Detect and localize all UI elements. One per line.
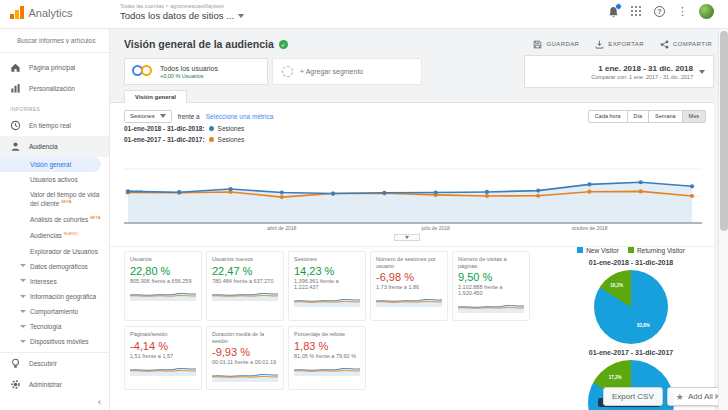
metric-card-usuarios[interactable]: Usuarios22,80 %805.906 frente a 656.259	[124, 251, 202, 321]
metric-card-paginas-sesion[interactable]: Páginas/sesión-4,14 %1,51 frente a 1,57	[124, 326, 202, 390]
pie-chart-2018[interactable]: 83,8%16,2%	[594, 270, 668, 344]
metric-percent: 14,23 %	[294, 265, 360, 277]
expand-caret-icon	[20, 295, 26, 298]
exportar-button[interactable]: EXPORTAR	[595, 40, 644, 49]
account-breadcrumb[interactable]: Todas las cuentas > agronewscastillayleo…	[120, 3, 244, 9]
sidebar-item-pagina-principal[interactable]: Página principal	[0, 57, 109, 78]
metric-label: Duración media de la sesión	[212, 331, 278, 344]
sidebar-item-audiencia[interactable]: Audiencia	[0, 136, 109, 157]
granularity-cada-hora[interactable]: Cada hora	[588, 110, 628, 123]
property-selector[interactable]: Todos los datos de sitios ...	[120, 10, 244, 21]
page-title: Visión general de la audiencia	[124, 38, 274, 50]
metric-label: Sesiones	[294, 256, 360, 263]
sidebar-item-audiencias[interactable]: AudienciasNUEVO	[0, 228, 109, 244]
expand-caret-icon	[20, 340, 26, 343]
metric-select-dropdown[interactable]: Sesiones	[124, 110, 172, 123]
sidebar-item-dispositivos-moviles[interactable]: Dispositivos móviles	[0, 335, 109, 348]
sessions-line-chart[interactable]: 200.000100.000	[124, 167, 702, 239]
page-scrollbar[interactable]	[718, 29, 728, 410]
guardar-button[interactable]: GUARDAR	[533, 40, 579, 49]
segment-delta: +0,00 % Usuarios	[160, 73, 218, 79]
x-axis-label-abril-de-2018: abril de 2018	[267, 225, 296, 231]
help-button[interactable]: ?	[653, 5, 666, 18]
metric-label: Páginas/sesión	[130, 331, 196, 338]
sidebar-item-intereses[interactable]: Intereses	[0, 274, 109, 289]
expand-caret-icon	[20, 310, 26, 313]
sparkline	[212, 290, 278, 301]
metric-label: Número de sesiones por usuario	[376, 256, 442, 269]
metric-compare: 81,05 % frente a 79,60 %	[294, 353, 360, 359]
compartir-button[interactable]: COMPARTIR	[660, 40, 712, 49]
legend-swatch	[577, 247, 583, 253]
more-options-button[interactable]: ⋮	[676, 5, 689, 18]
sparkline	[376, 296, 442, 307]
chevron-down-icon	[699, 70, 705, 74]
sidebar-item-datos-demograficos[interactable]: Datos demográficos	[0, 259, 109, 274]
metric-card-porcentaje-de-rebote[interactable]: Porcentaje de rebote1,83 %81,05 % frente…	[288, 326, 366, 390]
annotations-expander[interactable]	[394, 234, 420, 241]
export-csv-button[interactable]: Export CSV	[603, 387, 663, 406]
metric-cards: Usuarios22,80 %805.906 frente a 656.259 …	[124, 251, 554, 395]
metric-card-numero-de-sesiones-por-usuario[interactable]: Número de sesiones por usuario-6,98 %1,7…	[370, 251, 448, 321]
sparkline	[130, 365, 196, 376]
sidebar-item-comportamiento[interactable]: Comportamiento	[0, 305, 109, 320]
help-icon: ?	[654, 6, 665, 17]
badge-beta: BETA	[61, 199, 71, 204]
sidebar-item-analisis-de-cohortes[interactable]: Análisis de cohortesBETA	[0, 212, 109, 228]
add-segment-button[interactable]: + Agregar segmento	[272, 58, 422, 85]
avatar[interactable]	[699, 4, 714, 19]
google-apps-button[interactable]	[630, 5, 643, 18]
metric-percent: 9,50 %	[458, 271, 524, 283]
metric-card-duracion-media-de-la-sesion[interactable]: Duración media de la sesión-9,93 %00:01:…	[206, 326, 284, 390]
segment-name: Todos los usuarios	[160, 65, 218, 72]
select-metric-link[interactable]: Seleccione una métrica	[206, 113, 274, 120]
legend-series-dot	[209, 137, 214, 142]
sidebar-item-usuarios-activos[interactable]: Usuarios activos	[0, 172, 109, 187]
segment-all-users[interactable]: Todos los usuarios +0,00 % Usuarios	[124, 58, 268, 85]
action-label: EXPORTAR	[608, 41, 644, 47]
pie-2018-title: 01-ene-2018 - 31-dic-2018	[552, 259, 710, 266]
badge-nuevo: NUEVO	[64, 231, 78, 236]
analytics-logo[interactable]: Analytics	[10, 6, 73, 19]
sidebar-item-vision-general[interactable]: Visión general	[0, 157, 101, 172]
sidebar: Página principalPersonalizaciónINFORMESE…	[0, 29, 110, 410]
granularity-mes[interactable]: Mes	[683, 110, 706, 123]
sparkline	[212, 371, 278, 382]
sidebar-item-label: Datos demográficos	[30, 263, 88, 271]
granularity-dia[interactable]: Día	[628, 110, 650, 123]
metric-card-usuarios-nuevos[interactable]: Usuarios nuevos22,47 %780.484 frente a 6…	[206, 251, 284, 321]
apps-grid-icon	[631, 6, 642, 17]
sidebar-item-informacion-geografica[interactable]: Información geográfica	[0, 290, 109, 305]
metric-compare: 2.102.888 frente a 1.920.450	[458, 284, 524, 296]
sidebar-item-en-tiempo-real[interactable]: En tiempo real	[0, 115, 109, 136]
notifications-button[interactable]	[607, 5, 620, 18]
sparkline	[130, 290, 196, 301]
sidebar-item-label: Valor del tiempo de vida del clienteBETA	[30, 191, 103, 208]
analytics-logo-icon	[10, 6, 24, 19]
sidebar-item-tecnologia[interactable]: Tecnología	[0, 320, 109, 335]
customization-icon	[10, 83, 21, 94]
tab-vision-general[interactable]: Visión general	[124, 90, 187, 103]
granularity-semana[interactable]: Semana	[649, 110, 683, 123]
chart-legend-row-1: 01-ene-2017 - 31-dic-2017:Sesiones	[124, 136, 244, 143]
sidebar-item-personalizacion[interactable]: Personalización	[0, 78, 109, 99]
metric-compare: 1,73 frente a 1,86	[376, 284, 442, 290]
sidebar-item-descubrir[interactable]: Descubrir	[0, 353, 109, 374]
date-range-picker[interactable]: 1 ene. 2018 - 31 dic. 2018 Comparar con:…	[524, 55, 714, 88]
collapse-sidebar-button[interactable]: ‹	[98, 397, 101, 407]
sidebar-item-explorador-de-usuarios[interactable]: Explorador de Usuarios	[0, 244, 109, 259]
sidebar-item-valor-del-tiempo-de-vida-del-cliente[interactable]: Valor del tiempo de vida del clienteBETA	[0, 187, 109, 211]
metric-card-numero-de-visitas-a-paginas[interactable]: Número de visitas a páginas9,50 %2.102.8…	[452, 251, 530, 321]
sidebar-item-administrar[interactable]: Administrar	[0, 374, 109, 395]
search-bar[interactable]	[0, 29, 109, 53]
search-input[interactable]	[17, 37, 102, 44]
metric-compare: 1.396.361 frente a 1.222.437	[294, 278, 360, 290]
metric-card-sesiones[interactable]: Sesiones14,23 %1.396.361 frente a 1.222.…	[288, 251, 366, 321]
scrollbar-thumb[interactable]	[720, 31, 728, 231]
sidebar-item-label: Usuarios activos	[30, 176, 78, 184]
pie-slice-label: 17,2%	[609, 375, 622, 380]
sidebar-item-label: Explorador de Usuarios	[30, 248, 98, 256]
home-icon	[10, 62, 21, 73]
export-icon	[595, 40, 604, 49]
sidebar-item-label: Análisis de cohortesBETA	[30, 215, 100, 224]
